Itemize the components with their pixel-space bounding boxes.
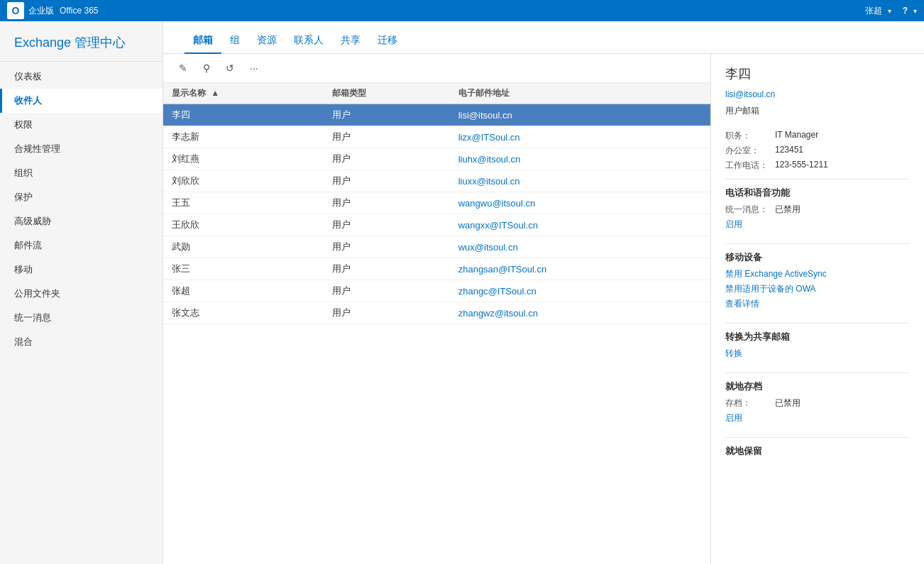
archive-status-row: 存档： 已禁用 [725, 397, 910, 409]
help-chevron[interactable]: ▾ [913, 7, 917, 15]
tab-migrate[interactable]: 迁移 [369, 28, 406, 54]
edit-button[interactable]: ✎ [175, 60, 192, 77]
detail-field-label: 工作电话： [725, 160, 775, 172]
table-row[interactable]: 李志新用户lizx@ITSoul.cn [163, 126, 710, 148]
help-button[interactable]: ? [903, 6, 908, 16]
cell-email: wangxx@ITSoul.cn [450, 214, 710, 236]
tab-group[interactable]: 组 [221, 28, 248, 54]
litigation-section-title: 就地保留 [725, 445, 910, 458]
table-row[interactable]: 王五用户wangwu@itsoul.cn [163, 192, 710, 214]
sidebar-item-recipients[interactable]: 收件人 [0, 89, 163, 113]
cell-name: 刘红燕 [163, 148, 324, 170]
cell-email: wangwu@itsoul.cn [450, 192, 710, 214]
activesync-link[interactable]: 禁用 Exchange ActiveSync [725, 268, 910, 280]
phone-section: 电话和语音功能 统一消息： 已禁用 启用 [725, 187, 910, 231]
detail-fields: 职务：IT Manager办公室：123451工作电话：123-555-1211 [725, 130, 910, 172]
divider-4 [725, 372, 910, 373]
shared-section-title: 转换为共享邮箱 [725, 331, 910, 343]
tab-mailbox[interactable]: 邮箱 [185, 28, 221, 54]
table-row[interactable]: 李四用户lisi@itsoul.cn [163, 104, 710, 126]
shared-section: 转换为共享邮箱 转换 [725, 331, 910, 360]
cell-type: 用户 [324, 192, 450, 214]
cell-type: 用户 [324, 170, 450, 192]
mailbox-table: 显示名称 ▲ 邮箱类型 电子邮件地址 李四用户lisi@itsoul.cn李志新… [163, 83, 710, 564]
divider-3 [725, 323, 910, 324]
cell-type: 用户 [324, 126, 450, 148]
username-button[interactable]: 张超 [865, 5, 882, 17]
list-detail: ✎ ⚲ ↺ ··· 显示名称 ▲ 邮箱类型 [163, 54, 924, 564]
tab-resource[interactable]: 资源 [248, 28, 285, 54]
cell-name: 张超 [163, 280, 324, 302]
office365-label: Office 365 [60, 6, 98, 16]
cell-name: 刘欣欣 [163, 170, 324, 192]
divider-5 [725, 437, 910, 438]
convert-link[interactable]: 转换 [725, 348, 910, 360]
cell-email: zhangc@ITSoul.cn [450, 280, 710, 302]
um-enable-link[interactable]: 启用 [725, 219, 910, 231]
sidebar-item-protection[interactable]: 保护 [0, 185, 163, 209]
detail-mailbox-section: 用户邮箱 [725, 105, 910, 117]
cell-name: 王五 [163, 192, 324, 214]
cell-type: 用户 [324, 104, 450, 126]
table-row[interactable]: 王欣欣用户wangxx@ITSoul.cn [163, 214, 710, 236]
mobile-section: 移动设备 禁用 Exchange ActiveSync 禁用适用于设备的 OWA… [725, 251, 910, 310]
archive-section: 就地存档 存档： 已禁用 启用 [725, 380, 910, 424]
table-row[interactable]: 刘红燕用户liuhx@itsoul.cn [163, 148, 710, 170]
table-row[interactable]: 刘欣欣用户liuxx@itsoul.cn [163, 170, 710, 192]
sidebar: Exchange 管理中心 仪表板收件人权限合规性管理组织保护高级威胁邮件流移动… [0, 21, 163, 564]
sidebar-item-permissions[interactable]: 权限 [0, 113, 163, 137]
sidebar-item-organization[interactable]: 组织 [0, 161, 163, 185]
cell-email: zhangwz@itsoul.cn [450, 302, 710, 324]
archive-enable-link[interactable]: 启用 [725, 412, 910, 424]
table-body: 李四用户lisi@itsoul.cn李志新用户lizx@ITSoul.cn刘红燕… [163, 104, 710, 324]
detail-field-row: 职务：IT Manager [725, 130, 910, 142]
table-row[interactable]: 武勋用户wux@itsoul.cn [163, 236, 710, 258]
detail-field-row: 办公室：123451 [725, 145, 910, 157]
mobile-section-title: 移动设备 [725, 251, 910, 264]
sidebar-item-threats[interactable]: 高级威胁 [0, 209, 163, 233]
cell-name: 武勋 [163, 236, 324, 258]
divider-1 [725, 179, 910, 179]
detail-field-value: 123-555-1211 [775, 160, 828, 172]
mobile-details-link[interactable]: 查看详情 [725, 298, 910, 310]
sidebar-item-hybrid[interactable]: 混合 [0, 330, 163, 354]
col-email: 电子邮件地址 [450, 83, 710, 104]
username-chevron[interactable]: ▾ [888, 7, 891, 15]
sidebar-item-mobile[interactable]: 移动 [0, 258, 163, 282]
search-button[interactable]: ⚲ [199, 60, 214, 77]
col-type: 邮箱类型 [324, 83, 450, 104]
detail-name: 李四 [725, 65, 910, 82]
cell-email: lizx@ITSoul.cn [450, 126, 710, 148]
sidebar-item-publicfolders[interactable]: 公用文件夹 [0, 282, 163, 306]
sidebar-item-um[interactable]: 统一消息 [0, 306, 163, 330]
detail-field-value: IT Manager [775, 130, 818, 142]
cell-type: 用户 [324, 302, 450, 324]
detail-field-value: 123451 [775, 145, 803, 157]
main-layout: Exchange 管理中心 仪表板收件人权限合规性管理组织保护高级威胁邮件流移动… [0, 21, 924, 564]
table-row[interactable]: 张文志用户zhangwz@itsoul.cn [163, 302, 710, 324]
divider-2 [725, 243, 910, 244]
owa-link[interactable]: 禁用适用于设备的 OWA [725, 283, 910, 295]
cell-name: 李四 [163, 104, 324, 126]
refresh-button[interactable]: ↺ [221, 60, 238, 77]
more-button[interactable]: ··· [246, 60, 263, 77]
cell-name: 王欣欣 [163, 214, 324, 236]
sidebar-item-compliance[interactable]: 合规性管理 [0, 137, 163, 161]
table-row[interactable]: 张三用户zhangsan@ITSoul.cn [163, 258, 710, 280]
archive-label: 存档： [725, 397, 775, 409]
archive-value: 已禁用 [775, 397, 801, 409]
table-header: 显示名称 ▲ 邮箱类型 电子邮件地址 [163, 83, 710, 104]
cell-type: 用户 [324, 258, 450, 280]
enterprise-label: 企业版 [28, 5, 54, 17]
user-area: 张超 ▾ ? ▾ [865, 5, 917, 17]
sidebar-item-mailflow[interactable]: 邮件流 [0, 233, 163, 258]
detail-panel: 李四 lisi@itsoul.cn 用户邮箱 职务：IT Manager办公室：… [711, 54, 924, 564]
sidebar-item-dashboard[interactable]: 仪表板 [0, 65, 163, 89]
cell-email: liuxx@itsoul.cn [450, 170, 710, 192]
archive-section-title: 就地存档 [725, 380, 910, 393]
tab-shared[interactable]: 共享 [332, 28, 369, 54]
table-row[interactable]: 张超用户zhangc@ITSoul.cn [163, 280, 710, 302]
cell-email: zhangsan@ITSoul.cn [450, 258, 710, 280]
list-panel: ✎ ⚲ ↺ ··· 显示名称 ▲ 邮箱类型 [163, 54, 711, 564]
tab-contact[interactable]: 联系人 [285, 28, 332, 54]
